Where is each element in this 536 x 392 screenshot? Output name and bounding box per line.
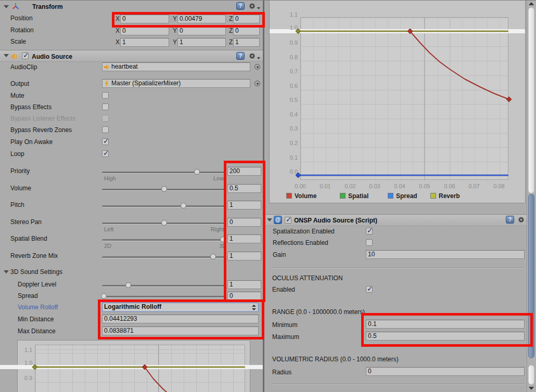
- help-icon[interactable]: ?: [236, 52, 245, 60]
- x-tick: 0.03: [367, 183, 382, 189]
- minimum-label: Minimum: [272, 321, 298, 329]
- x-tick: 0.05: [417, 183, 432, 189]
- y-tick: 1.1: [280, 11, 298, 18]
- doppler-level-slider-knob[interactable]: [125, 282, 131, 288]
- bypass-reverb-zones-checkbox[interactable]: [102, 126, 109, 133]
- scale-x-field[interactable]: 1: [120, 38, 169, 47]
- y-tick: 1.0: [280, 24, 298, 31]
- audio-source-foldout[interactable]: [4, 54, 9, 57]
- z-axis-label: Z: [229, 38, 233, 46]
- stereo-pan-slider[interactable]: [102, 223, 225, 225]
- legend-label-spread: Spread: [396, 192, 417, 200]
- output-field[interactable]: Master (SpatializerMixer): [102, 79, 250, 88]
- reverb-zone-mix-slider[interactable]: [102, 256, 225, 258]
- x-tick: 0.07: [466, 183, 482, 189]
- radius-label: Radius: [272, 369, 291, 376]
- z-axis-label: Z: [229, 27, 233, 34]
- gain-field[interactable]: 10: [366, 250, 525, 259]
- rotation-y-field[interactable]: 0: [177, 27, 226, 35]
- max-distance-label: Max Distance: [18, 328, 56, 335]
- audio-source-enabled-checkbox[interactable]: [22, 53, 29, 59]
- stereo-pan-label: Stereo Pan: [10, 218, 42, 226]
- bypass-effects-checkbox[interactable]: [102, 103, 109, 110]
- y-tick: 0.6: [280, 83, 298, 89]
- audio-source-title: Audio Source: [32, 53, 72, 60]
- section-divider: [272, 267, 525, 268]
- 3d-sound-settings-foldout[interactable]: [4, 270, 9, 273]
- loop-checkbox[interactable]: [102, 150, 109, 157]
- legend-swatch-spread: [388, 193, 393, 199]
- scale-label: Scale: [10, 38, 26, 45]
- attenuation-enabled-checkbox[interactable]: [366, 286, 373, 293]
- range-title: RANGE (0.0 - 1000000.0 meters): [272, 308, 365, 316]
- help-icon[interactable]: ?: [506, 216, 514, 224]
- legend-label-volume: Volume: [295, 192, 316, 200]
- bypass-listener-effects-label: Bypass Listener Effects: [10, 115, 75, 122]
- scale-z-field[interactable]: 1: [233, 38, 260, 47]
- x-tick: 0.04: [392, 183, 407, 189]
- object-picker-icon[interactable]: [254, 64, 260, 70]
- x-tick: 0.00: [292, 183, 308, 189]
- scrollbar-down-arrow[interactable]: [529, 387, 534, 390]
- x-tick: 0.01: [317, 183, 333, 189]
- 3d-sound-settings-title: 3D Sound Settings: [10, 268, 62, 276]
- y-tick: 0.2: [280, 140, 298, 146]
- y-tick: 0.4: [280, 111, 298, 117]
- priority-hint-high: High: [104, 175, 116, 181]
- mute-label: Mute: [10, 92, 24, 99]
- scrollbar-thumb[interactable]: [528, 7, 534, 193]
- stereo-pan-hint-right: Right: [211, 226, 224, 232]
- rotation-x-field[interactable]: 0: [120, 27, 169, 35]
- spread-slider-knob[interactable]: [101, 293, 107, 299]
- doppler-level-slider[interactable]: [102, 285, 225, 287]
- audioclip-label: AudioClip: [10, 63, 37, 71]
- stereo-pan-slider-knob[interactable]: [161, 220, 167, 226]
- play-on-awake-label: Play On Awake: [10, 138, 53, 146]
- volume-slider[interactable]: [102, 189, 225, 191]
- annotation-box-position-values: [112, 12, 265, 28]
- scale-y-field[interactable]: 1: [177, 38, 226, 47]
- spatialization-enabled-checkbox[interactable]: [366, 228, 373, 234]
- radius-field[interactable]: 0: [366, 367, 525, 376]
- spatial-blend-slider[interactable]: [102, 239, 225, 241]
- volume-slider-knob[interactable]: [161, 186, 167, 192]
- loop-label: Loop: [10, 150, 24, 158]
- priority-slider[interactable]: [102, 172, 225, 174]
- scrollbar-thumb-small[interactable]: [528, 365, 534, 385]
- help-icon[interactable]: ?: [236, 2, 245, 10]
- onsp-foldout[interactable]: [267, 218, 272, 221]
- play-on-awake-checkbox[interactable]: [102, 138, 109, 145]
- min-distance-label: Min Distance: [18, 316, 54, 323]
- reverb-zone-mix-slider-knob[interactable]: [210, 254, 216, 259]
- gain-label: Gain: [273, 251, 286, 258]
- rotation-z-field[interactable]: 0: [233, 27, 260, 35]
- gear-icon[interactable]: [518, 216, 527, 224]
- transform-foldout[interactable]: [4, 5, 9, 8]
- mute-checkbox[interactable]: [102, 92, 109, 99]
- onsp-enabled-checkbox[interactable]: [285, 217, 291, 224]
- unity-inspector-panel: Transform ? Position X 0 Y 0.00479 Z 0 R…: [0, 0, 536, 392]
- stereo-pan-hint-left: Left: [104, 226, 113, 232]
- output-label: Output: [10, 80, 29, 87]
- reflections-enabled-checkbox[interactable]: [366, 239, 373, 246]
- pitch-slider[interactable]: [102, 205, 225, 207]
- scrollbar-up-arrow[interactable]: [529, 2, 534, 5]
- legend-label-reverb: Reverb: [439, 192, 460, 200]
- priority-slider-knob[interactable]: [194, 169, 200, 175]
- audioclip-field[interactable]: heartbeat: [102, 62, 250, 71]
- pitch-slider-knob[interactable]: [181, 203, 186, 208]
- spatialization-enabled-label: Spatialization Enabled: [273, 228, 335, 235]
- spatial-blend-label: Spatial Blend: [10, 235, 47, 242]
- graph-grid: [300, 17, 508, 180]
- oculus-attenuation-title: OCULUS ATTENUATION: [272, 275, 343, 282]
- spread-slider[interactable]: [102, 296, 225, 298]
- mini-y-tick: 0.9: [21, 375, 32, 381]
- spread-label: Spread: [18, 292, 38, 299]
- onsp-title: ONSP Audio Source (Script): [294, 217, 377, 224]
- gear-icon[interactable]: [249, 53, 258, 60]
- y-axis-label: Y: [173, 38, 177, 46]
- position-label: Position: [10, 15, 33, 22]
- object-picker-icon[interactable]: [254, 81, 260, 86]
- gear-icon[interactable]: [249, 3, 258, 10]
- priority-hint-low: Low: [213, 175, 224, 181]
